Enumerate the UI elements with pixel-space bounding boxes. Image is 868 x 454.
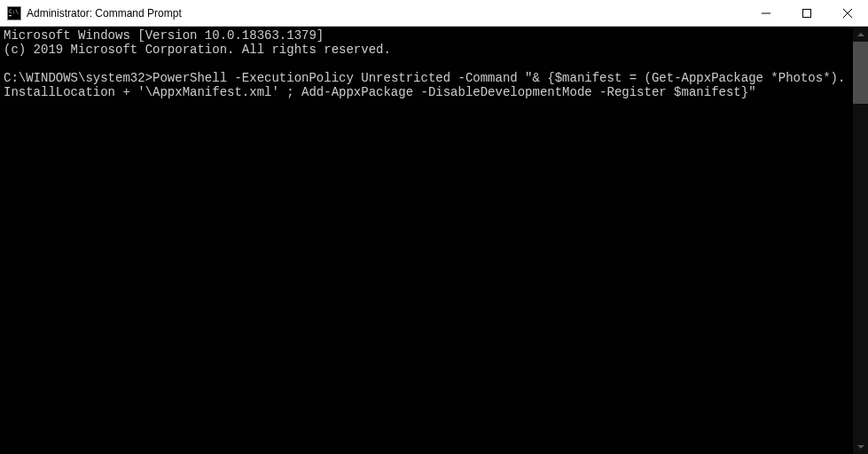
command-prompt-window: C:\ Administrator: Command Prompt Micros… (0, 0, 868, 454)
console-line: (c) 2019 Microsoft Corporation. All righ… (4, 43, 391, 57)
vertical-scrollbar[interactable] (853, 27, 868, 454)
svg-rect-5 (803, 9, 811, 17)
maximize-button[interactable] (786, 0, 827, 26)
svg-marker-9 (857, 445, 864, 449)
scroll-thumb[interactable] (853, 42, 868, 104)
close-button[interactable] (827, 0, 868, 26)
scroll-down-arrow-icon[interactable] (853, 439, 868, 454)
window-controls (746, 0, 868, 26)
svg-rect-3 (9, 15, 12, 16)
titlebar[interactable]: C:\ Administrator: Command Prompt (0, 0, 868, 27)
svg-text:C:\: C:\ (9, 8, 19, 14)
scroll-up-arrow-icon[interactable] (853, 27, 868, 42)
console-area: Microsoft Windows [Version 10.0.18363.13… (0, 27, 868, 454)
svg-marker-8 (857, 33, 864, 36)
minimize-button[interactable] (746, 0, 786, 26)
window-title: Administrator: Command Prompt (27, 7, 182, 20)
cmd-icon: C:\ (7, 6, 21, 20)
console-prompt: C:\WINDOWS\system32> (4, 71, 152, 85)
console-line: Microsoft Windows [Version 10.0.18363.13… (4, 28, 324, 43)
console-output[interactable]: Microsoft Windows [Version 10.0.18363.13… (0, 27, 853, 454)
